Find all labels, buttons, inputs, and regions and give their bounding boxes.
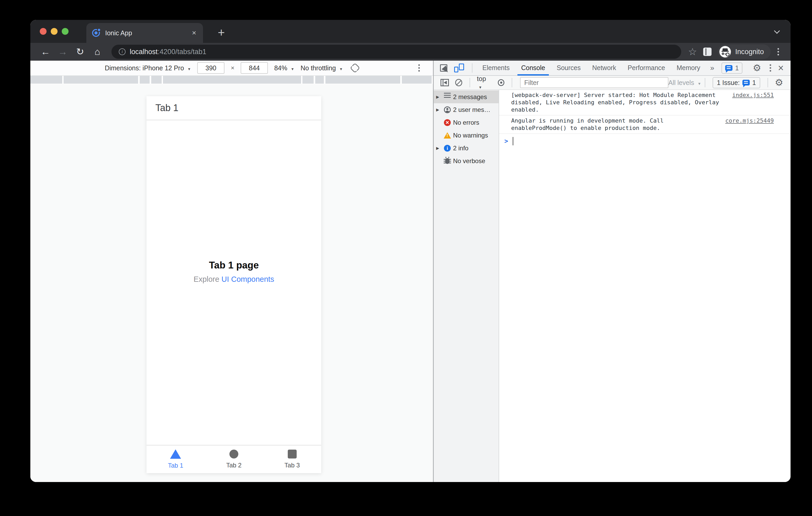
expand-arrow-icon[interactable]: ▶ xyxy=(434,95,442,99)
minimize-window-button[interactable] xyxy=(51,28,58,35)
console-sidebar: ▶ 2 messages ▶ 2 user mes… ✕ No errors xyxy=(434,90,499,482)
tab-network[interactable]: Network xyxy=(587,60,621,75)
incognito-label: Incognito xyxy=(735,48,764,56)
media-query-segment[interactable] xyxy=(402,76,432,84)
rotate-device-icon[interactable] xyxy=(350,63,360,73)
sidebar-item-label: No errors xyxy=(453,119,479,126)
list-icon xyxy=(444,93,451,94)
incognito-badge: Incognito xyxy=(718,44,771,59)
device-zoom-select[interactable]: 84% ▼ xyxy=(274,64,294,72)
forward-button[interactable]: → xyxy=(55,47,70,57)
chevron-down-icon: ▼ xyxy=(697,82,701,86)
sidebar-item-verbose[interactable]: No verbose xyxy=(434,154,499,167)
devtools-settings-icon[interactable]: ⚙ xyxy=(750,63,764,73)
sidebar-item-user-messages[interactable]: ▶ 2 user mes… xyxy=(434,103,499,116)
media-query-segment[interactable] xyxy=(140,76,150,84)
app-tab-bar: Tab 1 Tab 2 Tab 3 xyxy=(146,445,321,473)
chevron-down-icon: ▼ xyxy=(187,67,191,71)
app-tab-1[interactable]: Tab 1 xyxy=(146,446,205,473)
source-link[interactable]: index.js:551 xyxy=(724,91,774,99)
issues-count: 1 xyxy=(735,64,739,72)
toggle-device-toolbar-icon[interactable] xyxy=(454,63,464,72)
ui-components-link[interactable]: UI Components xyxy=(221,275,274,283)
url-text[interactable]: localhost:4200/tabs/tab1 xyxy=(130,48,206,56)
sidebar-item-label: 2 info xyxy=(453,145,468,152)
window-controls xyxy=(40,28,68,35)
media-query-segment[interactable] xyxy=(315,76,324,84)
tab-memory[interactable]: Memory xyxy=(671,60,705,75)
devtools-tabbar: Elements Console Sources Network Perform… xyxy=(434,61,790,76)
log-levels-select[interactable]: All levels ▼ xyxy=(668,79,701,87)
tab-close-icon[interactable]: × xyxy=(190,28,198,38)
media-query-segment[interactable] xyxy=(151,76,162,84)
sidebar-item-label: 2 messages xyxy=(453,93,487,101)
app-tab-2[interactable]: Tab 2 xyxy=(205,446,263,473)
browser-tab-ionic-app[interactable]: Ionic App × xyxy=(86,23,203,43)
browser-toolbar: ← → ↻ ⌂ i localhost:4200/tabs/tab1 ☆ Inc… xyxy=(30,43,790,61)
sidebar-item-all-messages[interactable]: ▶ 2 messages xyxy=(434,90,499,103)
browser-tab-title: Ionic App xyxy=(105,29,190,37)
bug-icon xyxy=(445,158,450,164)
app-tab-label: Tab 2 xyxy=(226,462,242,469)
device-toolbar-menu-icon[interactable] xyxy=(418,67,420,69)
tab-console[interactable]: Console xyxy=(516,60,550,75)
device-toolbar: Dimensions: iPhone 12 Pro ▼ × 84% ▼ No t… xyxy=(30,61,433,76)
console-filter-input[interactable] xyxy=(520,77,668,88)
device-throttling-select[interactable]: No throttling ▼ xyxy=(300,64,343,72)
media-query-segment[interactable] xyxy=(64,76,138,84)
expand-arrow-icon[interactable]: ▶ xyxy=(434,146,442,151)
chevron-down-icon: ▼ xyxy=(478,85,482,89)
tab-elements[interactable]: Elements xyxy=(477,60,515,75)
tab-performance[interactable]: Performance xyxy=(622,60,670,75)
source-link[interactable]: core.mjs:25449 xyxy=(718,117,774,124)
side-panel-icon[interactable] xyxy=(703,48,712,56)
sidebar-item-errors[interactable]: ✕ No errors xyxy=(434,116,499,129)
sidebar-item-warnings[interactable]: No warnings xyxy=(434,129,499,142)
media-query-segment[interactable] xyxy=(30,76,62,84)
console-prompt[interactable]: > xyxy=(499,134,790,149)
new-tab-button[interactable]: + xyxy=(213,25,229,40)
media-query-segment[interactable] xyxy=(302,76,314,84)
console-context-select[interactable]: top ▼ xyxy=(477,75,492,90)
console-settings-icon[interactable]: ⚙ xyxy=(772,78,786,87)
issues-button[interactable]: 1 Issue: 1 xyxy=(713,77,760,88)
inspect-element-icon[interactable] xyxy=(440,64,447,72)
sidebar-item-info[interactable]: ▶ i 2 info xyxy=(434,142,499,154)
reload-button[interactable]: ↻ xyxy=(73,47,87,57)
tab-search-chevron-icon[interactable] xyxy=(774,28,780,34)
more-tabs-icon[interactable]: » xyxy=(706,64,718,72)
divider xyxy=(512,78,512,87)
home-button[interactable]: ⌂ xyxy=(90,47,105,57)
browser-tabstrip: Ionic App × + xyxy=(30,20,790,43)
zoom-window-button[interactable] xyxy=(62,28,68,35)
media-query-segment[interactable] xyxy=(163,76,301,84)
clear-console-icon[interactable] xyxy=(455,79,462,86)
url-path: :4200/tabs/tab1 xyxy=(158,48,206,56)
dimensions-times-label: × xyxy=(231,64,234,72)
url-host: localhost xyxy=(130,48,158,56)
tab-sources[interactable]: Sources xyxy=(551,60,586,75)
expand-arrow-icon[interactable]: ▶ xyxy=(434,108,442,112)
incognito-icon xyxy=(719,46,731,58)
device-dimensions-select[interactable]: Dimensions: iPhone 12 Pro ▼ xyxy=(105,64,191,72)
devtools-menu-icon[interactable] xyxy=(770,67,771,69)
bookmark-star-icon[interactable]: ☆ xyxy=(688,46,697,58)
devtools-close-icon[interactable]: × xyxy=(776,63,787,73)
app-tab-3[interactable]: Tab 3 xyxy=(263,446,321,473)
address-bar[interactable]: i localhost:4200/tabs/tab1 xyxy=(111,45,681,59)
issues-counter[interactable]: 1 xyxy=(722,62,743,74)
back-button[interactable]: ← xyxy=(38,47,53,57)
device-width-input[interactable] xyxy=(197,62,225,74)
site-info-icon[interactable]: i xyxy=(119,48,125,55)
page-subtitle: Explore UI Components xyxy=(146,275,321,284)
media-query-segment[interactable] xyxy=(325,76,400,84)
app-tab-label: Tab 1 xyxy=(168,462,183,469)
browser-menu-icon[interactable] xyxy=(778,51,779,53)
devtools-pane: Elements Console Sources Network Perform… xyxy=(434,61,790,482)
create-live-expression-icon[interactable] xyxy=(498,79,504,86)
device-height-input[interactable] xyxy=(241,62,268,74)
warning-icon xyxy=(444,132,451,139)
close-window-button[interactable] xyxy=(40,28,47,35)
console-sidebar-toggle-icon[interactable] xyxy=(440,79,449,86)
device-viewport: Tab 1 Tab 1 page Explore UI Components T… xyxy=(146,96,321,473)
